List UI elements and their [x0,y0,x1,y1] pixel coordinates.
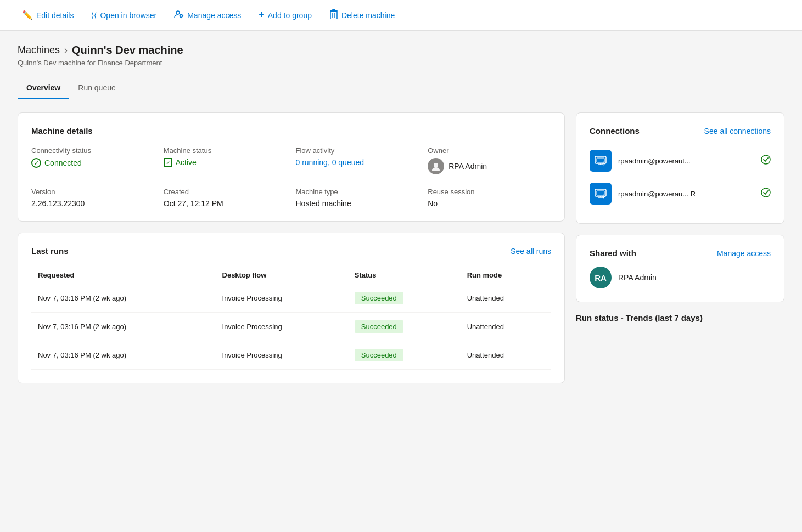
tab-overview[interactable]: Overview [18,78,69,99]
breadcrumb-current: Quinn's Dev machine [72,44,183,56]
breadcrumb: Machines › Quinn's Dev machine [18,44,784,56]
connection-status-2 [761,188,771,200]
edit-details-label: Edit details [36,11,74,20]
connection-item-1: rpaadmin@poweraut... [590,144,771,177]
svg-point-7 [434,163,438,167]
detail-flow-activity-label: Flow activity [296,146,419,155]
detail-created-label: Created [164,188,287,196]
toolbar: ✏️ Edit details ⟩⟨ Open in browser Manag… [0,0,802,31]
user-avatar-ra: RA [590,267,612,288]
detail-version: Version 2.26.123.22300 [31,188,155,208]
active-checkbox-icon: ✓ [164,158,172,167]
cell-flow-1: Invoice Processing [216,313,348,341]
connection-name-1: rpaadmin@poweraut... [618,157,754,165]
owner-value: RPA Admin [428,158,551,174]
add-to-group-label: Add to group [268,11,312,20]
col-requested: Requested [31,267,216,284]
detail-machine-type-value: Hosted machine [296,199,419,208]
last-runs-title: Last runs [31,246,69,256]
user-name-ra: RPA Admin [618,273,657,282]
detail-owner-label: Owner [428,146,551,155]
owner-avatar [428,158,444,174]
svg-point-19 [761,188,770,197]
detail-owner: Owner RPA Admin [428,146,551,174]
cell-status-0: Succeeded [348,284,461,313]
cell-mode-2: Unattended [461,341,551,370]
main-content: Machines › Quinn's Dev machine Quinn's D… [0,31,802,408]
cell-requested-1: Nov 7, 03:16 PM (2 wk ago) [31,313,216,341]
open-browser-icon: ⟩⟨ [91,11,97,20]
detail-created-value: Oct 27, 12:12 PM [164,199,287,208]
table-header-row: Requested Desktop flow Status Run mode [31,267,551,284]
edit-details-button[interactable]: ✏️ Edit details [13,5,82,25]
delete-machine-label: Delete machine [341,11,395,20]
detail-flow-activity: Flow activity 0 running, 0 queued [296,146,419,174]
cell-flow-2: Invoice Processing [216,341,348,370]
tabs: Overview Run queue [18,78,784,99]
svg-point-0 [176,11,180,14]
tab-run-queue[interactable]: Run queue [69,78,125,99]
connection-status-1 [761,155,771,167]
connections-title: Connections [590,126,640,135]
detail-machine-status-label: Machine status [164,146,287,155]
delete-machine-button[interactable]: Delete machine [321,5,403,26]
svg-point-13 [761,155,770,164]
see-all-connections-link[interactable]: See all connections [704,127,771,135]
see-all-runs-link[interactable]: See all runs [511,247,551,256]
run-status-trends-title: Run status - Trends (last 7 days) [576,313,784,322]
detail-machine-type-label: Machine type [296,188,419,196]
manage-access-label: Manage access [187,11,241,20]
table-row: Nov 7, 03:16 PM (2 wk ago) Invoice Proce… [31,341,551,370]
page-subtitle: Quinn's Dev machine for Finance Departme… [18,59,784,67]
detail-reuse-session: Reuse session No [428,188,551,208]
connection-name-2: rpaadmin@powerau... R [618,190,754,198]
shared-with-header: Shared with Manage access [590,248,771,258]
shared-with-card: Shared with Manage access RA RPA Admin [576,235,784,302]
svg-rect-15 [597,191,604,195]
last-runs-header: Last runs See all runs [31,246,551,256]
col-run-mode: Run mode [461,267,551,284]
svg-rect-9 [597,158,604,162]
connections-card: Connections See all connections [576,112,784,224]
left-column: Machine details Connectivity status ✓ Co… [18,112,565,394]
last-runs-card: Last runs See all runs Requested Desktop… [18,233,565,383]
owner-name: RPA Admin [448,162,487,171]
connectivity-text: Connected [44,159,82,167]
edit-icon: ✏️ [22,10,33,20]
detail-created: Created Oct 27, 12:12 PM [164,188,287,208]
detail-reuse-session-label: Reuse session [428,188,551,196]
breadcrumb-separator: › [64,44,68,56]
connection-icon-1 [590,150,612,172]
status-badge-0: Succeeded [355,292,403,304]
cell-status-1: Succeeded [348,313,461,341]
svg-rect-4 [330,12,337,19]
machine-status-text: Active [176,158,197,167]
right-column: Connections See all connections [576,112,784,394]
machine-details-title: Machine details [31,126,551,135]
col-status: Status [348,267,461,284]
detail-reuse-session-value: No [428,199,551,208]
connected-check-icon: ✓ [31,158,41,168]
detail-connectivity-status: Connectivity status ✓ Connected [31,146,155,174]
breadcrumb-parent[interactable]: Machines [18,44,60,56]
status-badge-2: Succeeded [355,349,403,361]
content-grid: Machine details Connectivity status ✓ Co… [18,112,784,394]
flow-activity-value: 0 running, 0 queued [296,158,419,167]
open-in-browser-button[interactable]: ⟩⟨ Open in browser [82,7,165,24]
machine-status-value: ✓ Active [164,158,287,167]
cell-requested-0: Nov 7, 03:16 PM (2 wk ago) [31,284,216,313]
detail-version-value: 2.26.123.22300 [31,199,155,208]
detail-version-label: Version [31,188,155,196]
detail-machine-status: Machine status ✓ Active [164,146,287,174]
runs-table: Requested Desktop flow Status Run mode N… [31,267,551,370]
manage-access-button[interactable]: Manage access [165,5,250,26]
cell-mode-0: Unattended [461,284,551,313]
add-to-group-button[interactable]: + Add to group [250,5,321,25]
manage-access-link[interactable]: Manage access [717,249,771,258]
connections-header: Connections See all connections [590,126,771,135]
detail-connectivity-label: Connectivity status [31,146,155,155]
open-in-browser-label: Open in browser [100,11,156,20]
connection-icon-2 [590,183,612,205]
delete-icon [329,9,338,21]
detail-machine-type: Machine type Hosted machine [296,188,419,208]
